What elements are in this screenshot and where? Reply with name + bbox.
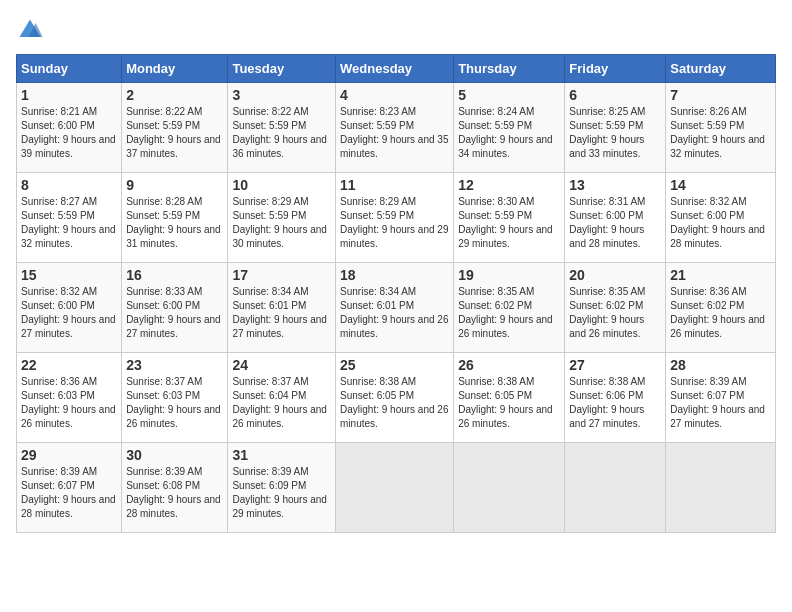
day-info: Sunrise: 8:38 AMSunset: 6:05 PMDaylight:… <box>458 375 560 431</box>
day-info: Sunrise: 8:28 AMSunset: 5:59 PMDaylight:… <box>126 195 223 251</box>
day-number: 31 <box>232 447 331 463</box>
day-number: 13 <box>569 177 661 193</box>
col-header-wednesday: Wednesday <box>336 55 454 83</box>
day-cell: 23Sunrise: 8:37 AMSunset: 6:03 PMDayligh… <box>122 353 228 443</box>
day-cell: 21Sunrise: 8:36 AMSunset: 6:02 PMDayligh… <box>666 263 776 353</box>
day-number: 14 <box>670 177 771 193</box>
day-cell: 12Sunrise: 8:30 AMSunset: 5:59 PMDayligh… <box>454 173 565 263</box>
logo-icon <box>16 16 44 44</box>
week-row-2: 8Sunrise: 8:27 AMSunset: 5:59 PMDaylight… <box>17 173 776 263</box>
day-info: Sunrise: 8:34 AMSunset: 6:01 PMDaylight:… <box>340 285 449 341</box>
day-info: Sunrise: 8:21 AMSunset: 6:00 PMDaylight:… <box>21 105 117 161</box>
day-cell: 1Sunrise: 8:21 AMSunset: 6:00 PMDaylight… <box>17 83 122 173</box>
day-number: 1 <box>21 87 117 103</box>
day-cell: 27Sunrise: 8:38 AMSunset: 6:06 PMDayligh… <box>565 353 666 443</box>
day-number: 17 <box>232 267 331 283</box>
day-number: 23 <box>126 357 223 373</box>
day-info: Sunrise: 8:37 AMSunset: 6:04 PMDaylight:… <box>232 375 331 431</box>
day-cell: 10Sunrise: 8:29 AMSunset: 5:59 PMDayligh… <box>228 173 336 263</box>
day-cell: 18Sunrise: 8:34 AMSunset: 6:01 PMDayligh… <box>336 263 454 353</box>
day-info: Sunrise: 8:29 AMSunset: 5:59 PMDaylight:… <box>340 195 449 251</box>
day-cell: 20Sunrise: 8:35 AMSunset: 6:02 PMDayligh… <box>565 263 666 353</box>
day-cell: 3Sunrise: 8:22 AMSunset: 5:59 PMDaylight… <box>228 83 336 173</box>
day-info: Sunrise: 8:39 AMSunset: 6:08 PMDaylight:… <box>126 465 223 521</box>
day-number: 3 <box>232 87 331 103</box>
day-cell: 30Sunrise: 8:39 AMSunset: 6:08 PMDayligh… <box>122 443 228 533</box>
day-number: 24 <box>232 357 331 373</box>
day-cell: 29Sunrise: 8:39 AMSunset: 6:07 PMDayligh… <box>17 443 122 533</box>
day-number: 6 <box>569 87 661 103</box>
week-row-1: 1Sunrise: 8:21 AMSunset: 6:00 PMDaylight… <box>17 83 776 173</box>
day-cell: 6Sunrise: 8:25 AMSunset: 5:59 PMDaylight… <box>565 83 666 173</box>
day-info: Sunrise: 8:22 AMSunset: 5:59 PMDaylight:… <box>126 105 223 161</box>
day-number: 9 <box>126 177 223 193</box>
day-info: Sunrise: 8:39 AMSunset: 6:07 PMDaylight:… <box>670 375 771 431</box>
day-cell: 24Sunrise: 8:37 AMSunset: 6:04 PMDayligh… <box>228 353 336 443</box>
day-number: 5 <box>458 87 560 103</box>
day-info: Sunrise: 8:32 AMSunset: 6:00 PMDaylight:… <box>670 195 771 251</box>
day-cell: 31Sunrise: 8:39 AMSunset: 6:09 PMDayligh… <box>228 443 336 533</box>
day-number: 2 <box>126 87 223 103</box>
day-number: 15 <box>21 267 117 283</box>
day-cell: 16Sunrise: 8:33 AMSunset: 6:00 PMDayligh… <box>122 263 228 353</box>
day-info: Sunrise: 8:24 AMSunset: 5:59 PMDaylight:… <box>458 105 560 161</box>
day-number: 21 <box>670 267 771 283</box>
day-cell: 22Sunrise: 8:36 AMSunset: 6:03 PMDayligh… <box>17 353 122 443</box>
col-header-friday: Friday <box>565 55 666 83</box>
day-info: Sunrise: 8:23 AMSunset: 5:59 PMDaylight:… <box>340 105 449 161</box>
day-cell: 26Sunrise: 8:38 AMSunset: 6:05 PMDayligh… <box>454 353 565 443</box>
day-info: Sunrise: 8:38 AMSunset: 6:06 PMDaylight:… <box>569 375 661 431</box>
day-cell <box>336 443 454 533</box>
day-number: 10 <box>232 177 331 193</box>
day-number: 7 <box>670 87 771 103</box>
day-info: Sunrise: 8:35 AMSunset: 6:02 PMDaylight:… <box>458 285 560 341</box>
col-header-thursday: Thursday <box>454 55 565 83</box>
week-row-3: 15Sunrise: 8:32 AMSunset: 6:00 PMDayligh… <box>17 263 776 353</box>
day-cell: 13Sunrise: 8:31 AMSunset: 6:00 PMDayligh… <box>565 173 666 263</box>
day-cell <box>565 443 666 533</box>
calendar-table: SundayMondayTuesdayWednesdayThursdayFrid… <box>16 54 776 533</box>
day-number: 22 <box>21 357 117 373</box>
day-number: 19 <box>458 267 560 283</box>
day-info: Sunrise: 8:30 AMSunset: 5:59 PMDaylight:… <box>458 195 560 251</box>
col-header-sunday: Sunday <box>17 55 122 83</box>
logo <box>16 16 48 44</box>
day-info: Sunrise: 8:34 AMSunset: 6:01 PMDaylight:… <box>232 285 331 341</box>
day-info: Sunrise: 8:35 AMSunset: 6:02 PMDaylight:… <box>569 285 661 341</box>
day-cell: 25Sunrise: 8:38 AMSunset: 6:05 PMDayligh… <box>336 353 454 443</box>
day-cell: 15Sunrise: 8:32 AMSunset: 6:00 PMDayligh… <box>17 263 122 353</box>
day-cell <box>666 443 776 533</box>
day-cell: 2Sunrise: 8:22 AMSunset: 5:59 PMDaylight… <box>122 83 228 173</box>
day-info: Sunrise: 8:25 AMSunset: 5:59 PMDaylight:… <box>569 105 661 161</box>
week-row-5: 29Sunrise: 8:39 AMSunset: 6:07 PMDayligh… <box>17 443 776 533</box>
day-info: Sunrise: 8:36 AMSunset: 6:02 PMDaylight:… <box>670 285 771 341</box>
day-info: Sunrise: 8:39 AMSunset: 6:07 PMDaylight:… <box>21 465 117 521</box>
day-number: 12 <box>458 177 560 193</box>
day-number: 26 <box>458 357 560 373</box>
col-header-tuesday: Tuesday <box>228 55 336 83</box>
day-info: Sunrise: 8:27 AMSunset: 5:59 PMDaylight:… <box>21 195 117 251</box>
day-number: 16 <box>126 267 223 283</box>
day-cell: 4Sunrise: 8:23 AMSunset: 5:59 PMDaylight… <box>336 83 454 173</box>
day-number: 4 <box>340 87 449 103</box>
day-number: 28 <box>670 357 771 373</box>
day-cell: 14Sunrise: 8:32 AMSunset: 6:00 PMDayligh… <box>666 173 776 263</box>
day-number: 29 <box>21 447 117 463</box>
day-cell: 19Sunrise: 8:35 AMSunset: 6:02 PMDayligh… <box>454 263 565 353</box>
day-info: Sunrise: 8:39 AMSunset: 6:09 PMDaylight:… <box>232 465 331 521</box>
day-info: Sunrise: 8:37 AMSunset: 6:03 PMDaylight:… <box>126 375 223 431</box>
week-row-4: 22Sunrise: 8:36 AMSunset: 6:03 PMDayligh… <box>17 353 776 443</box>
day-cell: 7Sunrise: 8:26 AMSunset: 5:59 PMDaylight… <box>666 83 776 173</box>
header <box>16 16 776 44</box>
day-info: Sunrise: 8:31 AMSunset: 6:00 PMDaylight:… <box>569 195 661 251</box>
day-number: 8 <box>21 177 117 193</box>
day-cell: 5Sunrise: 8:24 AMSunset: 5:59 PMDaylight… <box>454 83 565 173</box>
day-info: Sunrise: 8:26 AMSunset: 5:59 PMDaylight:… <box>670 105 771 161</box>
day-number: 27 <box>569 357 661 373</box>
day-number: 18 <box>340 267 449 283</box>
col-header-saturday: Saturday <box>666 55 776 83</box>
day-cell: 8Sunrise: 8:27 AMSunset: 5:59 PMDaylight… <box>17 173 122 263</box>
day-info: Sunrise: 8:36 AMSunset: 6:03 PMDaylight:… <box>21 375 117 431</box>
day-cell: 9Sunrise: 8:28 AMSunset: 5:59 PMDaylight… <box>122 173 228 263</box>
day-info: Sunrise: 8:33 AMSunset: 6:00 PMDaylight:… <box>126 285 223 341</box>
